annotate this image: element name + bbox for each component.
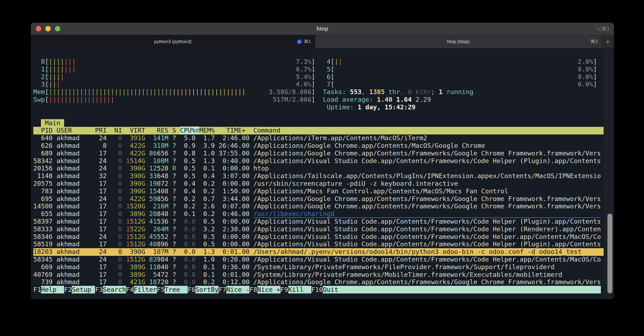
- process-row-1148[interactable]: 1148 akhmad 32 0 390G 33648 ? 0.5 0.4 3:…: [33, 172, 604, 180]
- process-row-58333[interactable]: 58333 akhmad 17 0 1522G 264M ? 0.0 3.2 2…: [33, 226, 604, 233]
- title-bar[interactable]: htop ⌥⌘1: [31, 23, 614, 35]
- process-row-58342[interactable]: 58342 akhmad 24 0 1514G 108M ? 0.5 1.3 0…: [33, 157, 604, 165]
- process-row-783[interactable]: 783 akhmad 17 0 390G 15408 ? 0.4 0.2 1:5…: [33, 188, 604, 195]
- process-row-58345[interactable]: 58345 akhmad 24 0 1512G 83984 ? 0.0 1.0 …: [33, 256, 604, 263]
- tab-python3-label: python3 (python3): [154, 39, 192, 44]
- cpu-meter-row-2: 2[|||| 5.4%] 6[ 0.0%]: [33, 73, 604, 81]
- process-row-695[interactable]: 695 akhmad 24 0 422G 59856 ? 0.2 0.7 3:4…: [33, 195, 604, 203]
- process-row-20575[interactable]: 20575 akhmad 17 0 390G 19072 ? 0.4 0.2 0…: [33, 180, 604, 188]
- tab-python3-shortcut: ⌘1: [304, 39, 311, 44]
- swap-meter-row: Swp[||||||||||||||||| 517M/2.00G] Load a…: [33, 96, 604, 104]
- tab-htop-shortcut: ⌘2: [591, 39, 598, 44]
- new-tab-button[interactable]: +: [601, 35, 614, 48]
- process-row-689[interactable]: 689 akhmad 17 0 422G 86656 ? 0.8 1.0 37:…: [33, 150, 604, 157]
- process-row-739[interactable]: 739 akhmad 17 0 421G 18720 ? 0.0 0.2 0:1…: [33, 278, 604, 286]
- tab-python3[interactable]: python3 (python3) ⌘1: [31, 35, 315, 48]
- scrollbar-thumb[interactable]: [607, 214, 612, 293]
- process-row-626[interactable]: 626 akhmad 8 0 422G 318M ? 0.9 3.9 26:46…: [33, 142, 604, 150]
- process-row-14500[interactable]: 14500 akhmad 17 0 1520G 216M ? 0.2 2.6 0…: [33, 203, 604, 210]
- cpu-meter-row-1: 1[||||||| 6.7%] 5[ 0.0%]: [33, 66, 604, 73]
- window-shortcut-badge: ⌥⌘1: [596, 23, 610, 35]
- process-row-20156[interactable]: 20156 akhmad 24 0 390G 12528 R 0.5 0.1 0…: [33, 165, 604, 172]
- process-row-40769[interactable]: 40769 akhmad 17 0 389G 5472 ? 0.0 0.1 0:…: [33, 271, 604, 279]
- iterm-window: htop ⌥⌘1 python3 (python3) ⌘1 htop (htop…: [31, 23, 614, 299]
- tab-htop-label: htop (htop): [447, 39, 469, 44]
- process-row-655[interactable]: 655 akhmad 17 0 389G 20848 ? 0.1 0.2 0:4…: [33, 210, 604, 218]
- memory-meter-row: Mem[||||||||||||||||||||||||||||||||||||…: [33, 88, 604, 96]
- htop-screen: 0[||||||| 7.3%] 4[|| 2.0%] 1[|||||||: [31, 48, 614, 299]
- process-row-58397[interactable]: 58397 akhmad 17 0 1512G 41536 ? 0.0 0.5 …: [33, 218, 604, 226]
- screen-tab-main[interactable]: Main: [33, 119, 604, 127]
- cpu-meter-row-0: 0[||||||| 7.3%] 4[|| 2.0%]: [33, 58, 604, 66]
- activity-dot-icon: [297, 40, 302, 44]
- uptime-row: Uptime: 1 day, 15:42:29: [33, 104, 604, 111]
- window-title: htop: [31, 23, 614, 35]
- process-row-669[interactable]: 669 akhmad 17 0 389G 11040 ? 0.0 0.1 0:3…: [33, 263, 604, 271]
- tab-bar: python3 (python3) ⌘1 htop (htop) ⌘2 +: [31, 35, 614, 48]
- cpu-meter-row-3: 3[||| 4.0%] 7[ 0.0%]: [33, 81, 604, 88]
- process-row-58346[interactable]: 58346 akhmad 24 0 1512G 45552 ? 0.0 0.5 …: [33, 233, 604, 241]
- function-key-bar[interactable]: F1Help F2Setup F3SearchF4FilterF5Tree F6…: [33, 286, 604, 294]
- process-row-58519[interactable]: 58519 akhmad 17 0 1512G 40896 ? 0.0 0.5 …: [33, 241, 604, 248]
- table-header-row[interactable]: PID USER PRI NI VIRT RES S CPU%▽MEM% TIM…: [33, 127, 604, 134]
- tab-htop[interactable]: htop (htop) ⌘2: [315, 35, 601, 48]
- process-row-18203[interactable]: 18203 akhmad 24 0 390G 107M ? 0.0 1.3 0:…: [33, 248, 604, 256]
- process-row-640[interactable]: 640 akhmad 24 0 391G 141M ? 5.0 1.7 2:46…: [33, 134, 604, 142]
